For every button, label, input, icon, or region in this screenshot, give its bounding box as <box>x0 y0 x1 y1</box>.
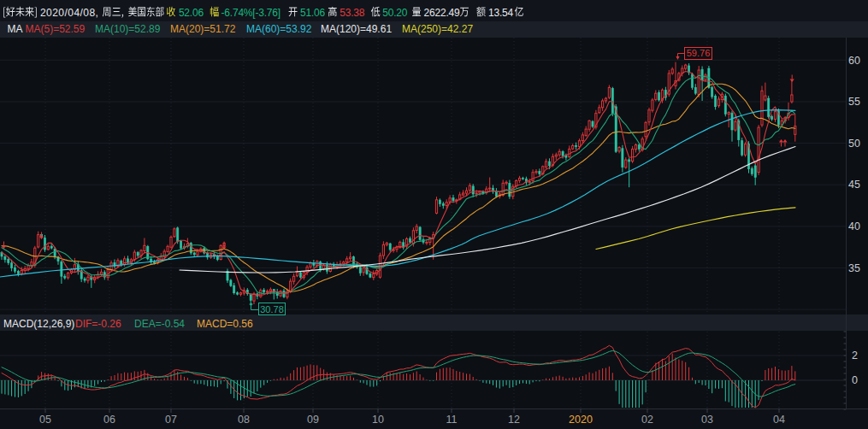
svg-text:04: 04 <box>773 414 785 426</box>
svg-text:09: 09 <box>307 414 319 426</box>
svg-text:40: 40 <box>848 220 860 232</box>
svg-text:59.76: 59.76 <box>687 48 711 58</box>
svg-text:60: 60 <box>848 55 860 67</box>
svg-text:07: 07 <box>165 414 177 426</box>
svg-text:2: 2 <box>852 350 858 361</box>
svg-text:05: 05 <box>39 414 51 426</box>
svg-text:55: 55 <box>848 96 860 108</box>
svg-text:45: 45 <box>848 179 860 191</box>
svg-text:35: 35 <box>848 262 860 274</box>
svg-text:11: 11 <box>446 414 458 426</box>
svg-text:08: 08 <box>238 414 250 426</box>
svg-text:06: 06 <box>103 414 115 426</box>
svg-text:50: 50 <box>848 138 860 150</box>
svg-text:2020: 2020 <box>569 414 593 426</box>
svg-text:03: 03 <box>701 414 713 426</box>
svg-text:12: 12 <box>508 414 520 426</box>
svg-text:0: 0 <box>852 374 858 386</box>
svg-text:30.78: 30.78 <box>260 304 284 314</box>
svg-text:10: 10 <box>372 414 384 426</box>
svg-text:02: 02 <box>641 414 653 426</box>
